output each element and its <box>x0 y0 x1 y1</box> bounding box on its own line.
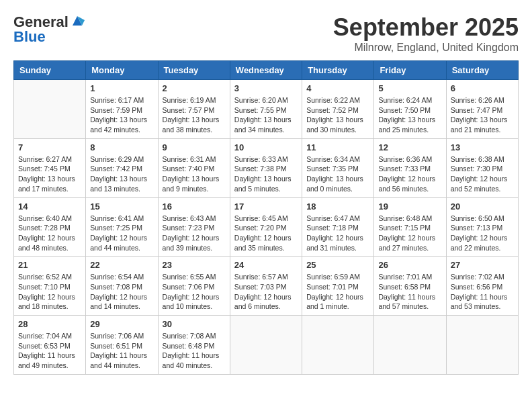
calendar-cell: 11Sunrise: 6:34 AMSunset: 7:35 PMDayligh… <box>302 138 374 197</box>
day-number: 11 <box>306 142 369 152</box>
day-info: Sunrise: 6:48 AMSunset: 7:15 PMDaylight:… <box>378 214 441 253</box>
day-number: 5 <box>378 83 441 93</box>
day-info: Sunrise: 6:20 AMSunset: 7:55 PMDaylight:… <box>234 95 298 135</box>
day-number: 9 <box>163 142 226 152</box>
day-number: 13 <box>451 142 514 152</box>
day-number: 7 <box>18 142 81 152</box>
calendar-cell: 8Sunrise: 6:29 AMSunset: 7:42 PMDaylight… <box>86 138 158 197</box>
calendar-cell: 20Sunrise: 6:50 AMSunset: 7:13 PMDayligh… <box>446 197 518 257</box>
calendar-cell: 5Sunrise: 6:24 AMSunset: 7:50 PMDaylight… <box>374 80 446 139</box>
day-info: Sunrise: 6:43 AMSunset: 7:23 PMDaylight:… <box>163 214 226 253</box>
day-info: Sunrise: 6:34 AMSunset: 7:35 PMDaylight:… <box>306 154 369 194</box>
calendar-week-5: 28Sunrise: 7:04 AMSunset: 6:53 PMDayligh… <box>14 316 519 375</box>
day-number: 19 <box>378 201 441 212</box>
calendar-cell: 1Sunrise: 6:17 AMSunset: 7:59 PMDaylight… <box>86 80 158 139</box>
calendar-cell: 12Sunrise: 6:36 AMSunset: 7:33 PMDayligh… <box>374 138 446 197</box>
day-number: 18 <box>306 201 369 212</box>
day-number: 23 <box>163 260 226 270</box>
day-info: Sunrise: 7:01 AMSunset: 6:58 PMDaylight:… <box>378 272 441 312</box>
day-info: Sunrise: 6:41 AMSunset: 7:25 PMDaylight:… <box>90 214 153 253</box>
calendar-cell: 16Sunrise: 6:43 AMSunset: 7:23 PMDayligh… <box>158 197 230 257</box>
day-number: 15 <box>90 201 153 212</box>
day-number: 25 <box>306 260 369 270</box>
day-info: Sunrise: 6:54 AMSunset: 7:08 PMDaylight:… <box>90 272 153 312</box>
day-info: Sunrise: 6:17 AMSunset: 7:59 PMDaylight:… <box>90 95 153 135</box>
calendar-header-row: SundayMondayTuesdayWednesdayThursdayFrid… <box>14 61 519 80</box>
calendar-cell: 21Sunrise: 6:52 AMSunset: 7:10 PMDayligh… <box>14 257 86 316</box>
calendar-week-2: 7Sunrise: 6:27 AMSunset: 7:45 PMDaylight… <box>14 138 519 197</box>
calendar-cell <box>374 316 446 375</box>
calendar-cell: 23Sunrise: 6:55 AMSunset: 7:06 PMDayligh… <box>158 257 230 316</box>
calendar-cell: 30Sunrise: 7:08 AMSunset: 6:48 PMDayligh… <box>158 316 230 375</box>
day-info: Sunrise: 6:52 AMSunset: 7:10 PMDaylight:… <box>18 272 81 312</box>
day-number: 2 <box>163 83 226 93</box>
day-info: Sunrise: 6:29 AMSunset: 7:42 PMDaylight:… <box>90 154 153 194</box>
day-info: Sunrise: 6:27 AMSunset: 7:45 PMDaylight:… <box>18 154 81 194</box>
day-info: Sunrise: 7:06 AMSunset: 6:51 PMDaylight:… <box>90 331 153 371</box>
calendar-cell: 14Sunrise: 6:40 AMSunset: 7:28 PMDayligh… <box>14 197 86 257</box>
day-info: Sunrise: 6:45 AMSunset: 7:20 PMDaylight:… <box>234 214 298 253</box>
day-info: Sunrise: 6:50 AMSunset: 7:13 PMDaylight:… <box>451 214 514 253</box>
calendar-cell: 18Sunrise: 6:47 AMSunset: 7:18 PMDayligh… <box>302 197 374 257</box>
day-number: 29 <box>90 319 153 329</box>
calendar-cell: 26Sunrise: 7:01 AMSunset: 6:58 PMDayligh… <box>374 257 446 316</box>
day-info: Sunrise: 6:38 AMSunset: 7:30 PMDaylight:… <box>451 154 514 194</box>
day-number: 1 <box>90 83 153 93</box>
logo: General Blue <box>13 13 85 46</box>
day-number: 24 <box>234 260 298 270</box>
calendar-cell: 6Sunrise: 6:26 AMSunset: 7:47 PMDaylight… <box>446 80 518 139</box>
day-info: Sunrise: 6:22 AMSunset: 7:52 PMDaylight:… <box>306 95 369 135</box>
day-number: 4 <box>306 83 369 93</box>
logo-blue-text: Blue <box>13 28 46 46</box>
weekday-header-thursday: Thursday <box>302 61 374 80</box>
calendar-week-1: 1Sunrise: 6:17 AMSunset: 7:59 PMDaylight… <box>14 80 519 139</box>
calendar-cell: 25Sunrise: 6:59 AMSunset: 7:01 PMDayligh… <box>302 257 374 316</box>
day-info: Sunrise: 6:40 AMSunset: 7:28 PMDaylight:… <box>18 214 81 253</box>
calendar-cell <box>302 316 374 375</box>
weekday-header-tuesday: Tuesday <box>158 61 230 80</box>
day-number: 10 <box>234 142 298 152</box>
day-number: 20 <box>451 201 514 212</box>
calendar-cell: 29Sunrise: 7:06 AMSunset: 6:51 PMDayligh… <box>86 316 158 375</box>
page-header: General Blue September 2025 Milnrow, Eng… <box>13 13 519 54</box>
calendar-week-4: 21Sunrise: 6:52 AMSunset: 7:10 PMDayligh… <box>14 257 519 316</box>
calendar-cell: 2Sunrise: 6:19 AMSunset: 7:57 PMDaylight… <box>158 80 230 139</box>
calendar-cell: 24Sunrise: 6:57 AMSunset: 7:03 PMDayligh… <box>230 257 302 316</box>
day-info: Sunrise: 6:47 AMSunset: 7:18 PMDaylight:… <box>306 214 369 253</box>
day-info: Sunrise: 6:24 AMSunset: 7:50 PMDaylight:… <box>378 95 441 135</box>
day-info: Sunrise: 6:57 AMSunset: 7:03 PMDaylight:… <box>234 272 298 312</box>
day-info: Sunrise: 7:08 AMSunset: 6:48 PMDaylight:… <box>163 331 226 371</box>
calendar-cell: 4Sunrise: 6:22 AMSunset: 7:52 PMDaylight… <box>302 80 374 139</box>
day-info: Sunrise: 6:36 AMSunset: 7:33 PMDaylight:… <box>378 154 441 194</box>
weekday-header-friday: Friday <box>374 61 446 80</box>
location-text: Milnrow, England, United Kingdom <box>333 42 519 54</box>
weekday-header-saturday: Saturday <box>446 61 518 80</box>
weekday-header-sunday: Sunday <box>14 61 86 80</box>
day-number: 6 <box>451 83 514 93</box>
day-info: Sunrise: 6:31 AMSunset: 7:40 PMDaylight:… <box>163 154 226 194</box>
day-number: 16 <box>163 201 226 212</box>
day-info: Sunrise: 6:55 AMSunset: 7:06 PMDaylight:… <box>163 272 226 312</box>
calendar-cell: 28Sunrise: 7:04 AMSunset: 6:53 PMDayligh… <box>14 316 86 375</box>
day-info: Sunrise: 6:26 AMSunset: 7:47 PMDaylight:… <box>451 95 514 135</box>
day-number: 27 <box>451 260 514 270</box>
month-title: September 2025 <box>333 13 519 42</box>
calendar-table: SundayMondayTuesdayWednesdayThursdayFrid… <box>13 60 519 375</box>
day-info: Sunrise: 6:59 AMSunset: 7:01 PMDaylight:… <box>306 272 369 312</box>
day-number: 17 <box>234 201 298 212</box>
calendar-week-3: 14Sunrise: 6:40 AMSunset: 7:28 PMDayligh… <box>14 197 519 257</box>
calendar-cell: 10Sunrise: 6:33 AMSunset: 7:38 PMDayligh… <box>230 138 302 197</box>
weekday-header-monday: Monday <box>86 61 158 80</box>
calendar-cell <box>446 316 518 375</box>
day-number: 3 <box>234 83 298 93</box>
calendar-cell: 7Sunrise: 6:27 AMSunset: 7:45 PMDaylight… <box>14 138 86 197</box>
calendar-cell: 3Sunrise: 6:20 AMSunset: 7:55 PMDaylight… <box>230 80 302 139</box>
day-number: 12 <box>378 142 441 152</box>
day-info: Sunrise: 6:19 AMSunset: 7:57 PMDaylight:… <box>163 95 226 135</box>
day-number: 28 <box>18 319 81 329</box>
day-number: 14 <box>18 201 81 212</box>
day-number: 21 <box>18 260 81 270</box>
day-number: 30 <box>163 319 226 329</box>
day-info: Sunrise: 6:33 AMSunset: 7:38 PMDaylight:… <box>234 154 298 194</box>
calendar-cell <box>14 80 86 139</box>
